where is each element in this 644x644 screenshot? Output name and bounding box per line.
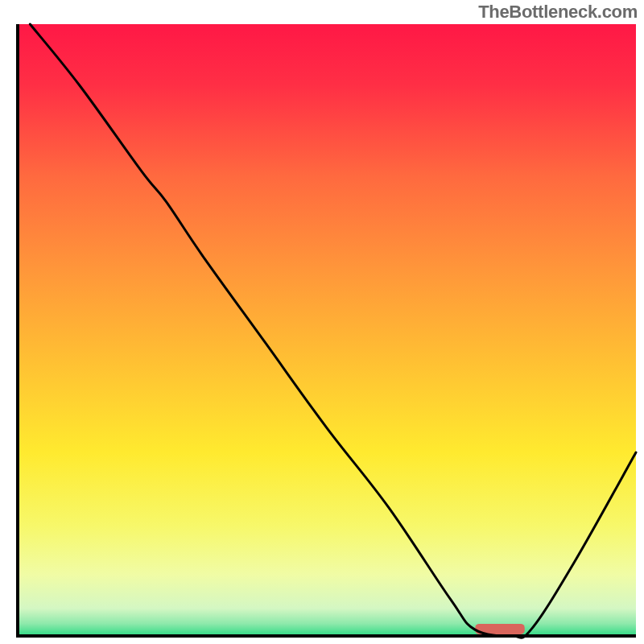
bottleneck-chart — [0, 0, 644, 644]
gradient-fill — [18, 24, 636, 636]
chart-container: TheBottleneck.com — [0, 0, 644, 644]
plot-area — [18, 24, 636, 638]
watermark-text: TheBottleneck.com — [478, 2, 638, 23]
